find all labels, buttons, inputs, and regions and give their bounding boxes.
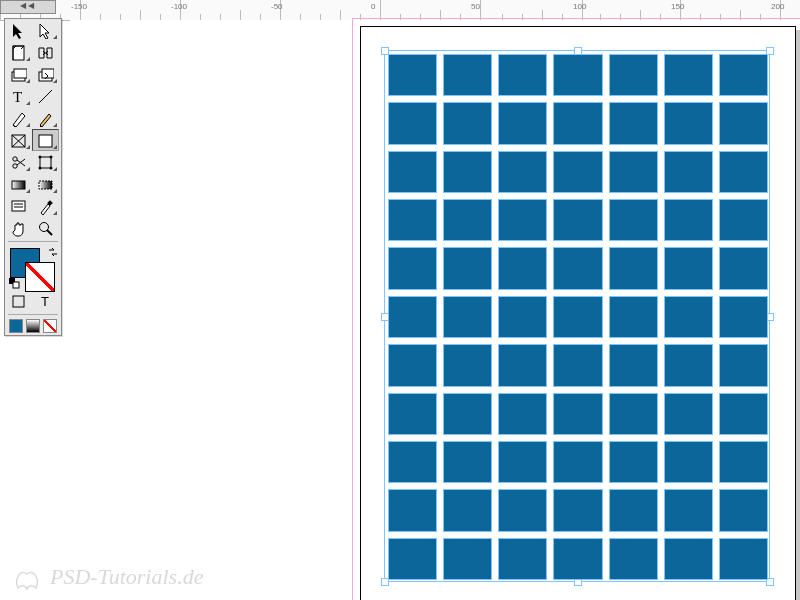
- grid-cell[interactable]: [498, 102, 547, 144]
- grid-cell[interactable]: [664, 54, 713, 96]
- grid-cell[interactable]: [664, 296, 713, 338]
- grid-cell[interactable]: [388, 199, 437, 241]
- formatting-text-button[interactable]: T: [32, 290, 59, 312]
- grid-cell[interactable]: [443, 247, 492, 289]
- grid-cell[interactable]: [719, 199, 768, 241]
- grid-cell[interactable]: [388, 54, 437, 96]
- grid-cell[interactable]: [719, 102, 768, 144]
- grid-cell[interactable]: [553, 102, 602, 144]
- grid-cell[interactable]: [664, 393, 713, 435]
- grid-cell[interactable]: [664, 441, 713, 483]
- eyedropper-tool[interactable]: [32, 195, 59, 217]
- hand-tool[interactable]: [5, 217, 32, 239]
- grid-cell[interactable]: [664, 489, 713, 531]
- swap-fill-stroke-icon[interactable]: [48, 247, 58, 257]
- apply-color-button[interactable]: [9, 319, 23, 333]
- grid-cell[interactable]: [498, 344, 547, 386]
- grid-cell[interactable]: [498, 54, 547, 96]
- grid-cell[interactable]: [388, 489, 437, 531]
- grid-cell[interactable]: [719, 441, 768, 483]
- grid-cell[interactable]: [388, 247, 437, 289]
- grid-cell[interactable]: [553, 199, 602, 241]
- grid-cell[interactable]: [609, 393, 658, 435]
- pasteboard[interactable]: [70, 20, 800, 600]
- page-spread[interactable]: [360, 26, 794, 600]
- direct-selection-tool[interactable]: [32, 19, 59, 41]
- grid-cell[interactable]: [443, 489, 492, 531]
- apply-gradient-button[interactable]: [26, 319, 40, 333]
- type-tool[interactable]: T: [5, 85, 32, 107]
- grid-cell[interactable]: [498, 296, 547, 338]
- grid-cell[interactable]: [443, 538, 492, 580]
- grid-cell[interactable]: [609, 538, 658, 580]
- stroke-swatch[interactable]: [25, 262, 55, 292]
- grid-cell[interactable]: [443, 344, 492, 386]
- grid-cell[interactable]: [664, 538, 713, 580]
- rectangle-frame-tool[interactable]: [5, 129, 32, 151]
- grid-cell[interactable]: [388, 151, 437, 193]
- grid-cell[interactable]: [609, 54, 658, 96]
- grid-cell[interactable]: [664, 344, 713, 386]
- grid-cell[interactable]: [719, 489, 768, 531]
- grid-cell[interactable]: [498, 151, 547, 193]
- line-tool[interactable]: [32, 85, 59, 107]
- free-transform-tool[interactable]: [32, 151, 59, 173]
- grid-cell[interactable]: [443, 296, 492, 338]
- gradient-swatch-tool[interactable]: [5, 173, 32, 195]
- grid-cell[interactable]: [609, 296, 658, 338]
- grid-cell[interactable]: [388, 296, 437, 338]
- gradient-feather-tool[interactable]: [32, 173, 59, 195]
- scissors-tool[interactable]: [5, 151, 32, 173]
- grid-cell[interactable]: [719, 296, 768, 338]
- fill-stroke-swatch[interactable]: [5, 244, 61, 290]
- grid-cell[interactable]: [553, 538, 602, 580]
- grid-cell[interactable]: [719, 54, 768, 96]
- grid-cell[interactable]: [719, 538, 768, 580]
- note-tool[interactable]: [5, 195, 32, 217]
- grid-cell[interactable]: [443, 199, 492, 241]
- grid-cell[interactable]: [609, 489, 658, 531]
- grid-cell[interactable]: [609, 247, 658, 289]
- grid-cell[interactable]: [498, 489, 547, 531]
- grid-cell[interactable]: [664, 102, 713, 144]
- grid-cell[interactable]: [664, 151, 713, 193]
- zoom-tool[interactable]: [32, 217, 59, 239]
- grid-cell[interactable]: [553, 296, 602, 338]
- grid-cell[interactable]: [498, 441, 547, 483]
- grid-cell[interactable]: [553, 489, 602, 531]
- grid-cell[interactable]: [664, 247, 713, 289]
- rectangle-tool[interactable]: [32, 129, 59, 151]
- grid-cell[interactable]: [443, 441, 492, 483]
- grid-cell[interactable]: [553, 344, 602, 386]
- pen-tool[interactable]: [5, 107, 32, 129]
- grid-cell[interactable]: [498, 393, 547, 435]
- grid-cell[interactable]: [719, 344, 768, 386]
- grid-cell[interactable]: [443, 393, 492, 435]
- grid-cell[interactable]: [553, 441, 602, 483]
- grid-cell[interactable]: [553, 54, 602, 96]
- grid-cell[interactable]: [609, 441, 658, 483]
- grid-cell[interactable]: [719, 393, 768, 435]
- grid-cell[interactable]: [388, 538, 437, 580]
- grid-cell[interactable]: [443, 151, 492, 193]
- grid-cell[interactable]: [553, 151, 602, 193]
- selection-tool[interactable]: [5, 19, 32, 41]
- grid-cell[interactable]: [443, 102, 492, 144]
- page-tool[interactable]: [5, 41, 32, 63]
- grid-cell[interactable]: [609, 199, 658, 241]
- grid-cell[interactable]: [609, 151, 658, 193]
- pencil-tool[interactable]: [32, 107, 59, 129]
- grid-cell[interactable]: [719, 247, 768, 289]
- grid-cell[interactable]: [388, 393, 437, 435]
- content-placer-tool[interactable]: [32, 63, 59, 85]
- apply-none-button[interactable]: [43, 319, 57, 333]
- object-grid[interactable]: [388, 54, 768, 580]
- content-collector-tool[interactable]: [5, 63, 32, 85]
- grid-cell[interactable]: [388, 441, 437, 483]
- grid-cell[interactable]: [664, 199, 713, 241]
- formatting-container-button[interactable]: [5, 290, 32, 312]
- panel-collapse-button[interactable]: ◀◀: [0, 0, 56, 14]
- grid-cell[interactable]: [498, 199, 547, 241]
- grid-cell[interactable]: [609, 344, 658, 386]
- default-fill-stroke-icon[interactable]: [8, 277, 20, 289]
